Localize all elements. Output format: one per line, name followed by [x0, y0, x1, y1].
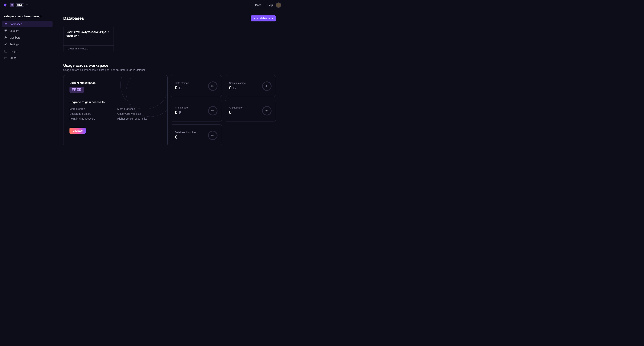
- metrics-grid: Data storage 0 B 0% Search storage 0 B 0…: [170, 75, 276, 146]
- upgrade-button[interactable]: Upgrade: [70, 128, 86, 134]
- gear-icon: [4, 43, 8, 46]
- decorative-arc: [120, 75, 168, 109]
- database-icon: [4, 22, 8, 26]
- upgrade-heading: Upgrade to gain access to:: [70, 100, 162, 104]
- workspace-title: xata-per-user-db-runthrough: [2, 15, 52, 21]
- metric-label: Search storage: [229, 82, 246, 84]
- svg-point-4: [5, 37, 6, 38]
- sidebar-item-label: Members: [10, 36, 20, 39]
- usage-section: Usage across workspace Usage across all …: [63, 63, 276, 146]
- docs-link[interactable]: Docs: [255, 3, 261, 6]
- add-database-button[interactable]: Add database: [251, 15, 276, 21]
- chevron-down-icon: [26, 3, 28, 7]
- butterfly-icon: [3, 3, 7, 7]
- sidebar-item-label: Usage: [10, 50, 17, 53]
- add-database-label: Add database: [257, 17, 273, 20]
- usage-heading: Usage across workspace: [63, 63, 276, 68]
- metric-label: File storage: [175, 106, 188, 109]
- sidebar-item-label: Databases: [10, 22, 22, 25]
- sidebar: xata-per-user-db-runthrough Databases Cl…: [0, 10, 55, 153]
- sidebar-item-members[interactable]: Members: [2, 34, 52, 41]
- divider: [264, 3, 264, 6]
- plan-pill: FREE: [70, 87, 84, 93]
- plus-icon: [253, 17, 256, 20]
- database-card[interactable]: user_2nvhG74ywSdA52uPQZTh9SNzYvP N. Virg…: [63, 26, 114, 52]
- usage-ring: 0%: [262, 81, 272, 91]
- topbar-left: X FREE: [3, 3, 28, 7]
- page-title: Databases: [63, 16, 84, 21]
- metric-label: AI questions: [229, 106, 243, 109]
- sidebar-item-label: Settings: [10, 43, 19, 46]
- usage-ring: 0%: [262, 106, 272, 116]
- usage-grid: Current subscription FREE Upgrade to gai…: [63, 75, 276, 146]
- svg-rect-1: [5, 30, 6, 31]
- metric-value: 0: [175, 135, 196, 140]
- svg-rect-7: [5, 57, 7, 59]
- metric-value: 0 B: [175, 110, 188, 115]
- sidebar-item-clusters[interactable]: Clusters: [2, 28, 52, 34]
- chart-icon: [4, 49, 8, 53]
- usage-subheading: Usage across all databases in xata-per-u…: [63, 68, 276, 71]
- metric-database-branches: Database branches 0 0%: [170, 125, 222, 146]
- svg-rect-2: [6, 30, 7, 31]
- svg-rect-3: [5, 31, 6, 32]
- sidebar-item-label: Billing: [10, 56, 16, 59]
- main-content: Databases Add database user_2nvhG74ywSdA…: [55, 10, 284, 153]
- plan-badge: FREE: [16, 3, 24, 6]
- topbar-right: Docs Help: [255, 2, 281, 8]
- sidebar-item-label: Clusters: [10, 29, 19, 32]
- cluster-icon: [4, 29, 8, 32]
- sidebar-item-billing[interactable]: Billing: [2, 55, 52, 61]
- sidebar-item-usage[interactable]: Usage: [2, 48, 52, 54]
- svg-point-0: [5, 23, 7, 23]
- database-card-body: user_2nvhG74ywSdA52uPQZTh9SNzYvP: [64, 26, 114, 45]
- metric-search-storage: Search storage 0 B 0%: [225, 75, 276, 97]
- metric-value: 0 B: [229, 85, 246, 90]
- usage-ring: 0%: [208, 81, 218, 91]
- metric-label: Database branches: [175, 131, 196, 134]
- user-avatar[interactable]: [276, 2, 281, 8]
- database-region: N. Virginia (us-east-1): [64, 45, 114, 52]
- metric-ai-questions: AI questions 0 0%: [225, 100, 276, 122]
- usage-ring: 0%: [208, 131, 218, 140]
- benefit-item: More storage: [70, 107, 114, 110]
- sidebar-item-databases[interactable]: Databases: [2, 21, 52, 27]
- subscription-panel: Current subscription FREE Upgrade to gai…: [63, 75, 168, 146]
- benefit-item: More branches: [117, 107, 162, 110]
- benefit-item: Higher concurrency limits: [117, 117, 162, 120]
- benefits-list: More storage More branches Dedicated clu…: [70, 107, 162, 120]
- members-icon: [4, 36, 8, 39]
- metric-file-storage: File storage 0 B 0%: [170, 100, 222, 122]
- app-logo[interactable]: [3, 3, 8, 7]
- help-link[interactable]: Help: [268, 3, 273, 6]
- metric-data-storage: Data storage 0 B 0%: [170, 75, 222, 97]
- benefit-item: Dedicated clusters: [70, 112, 114, 115]
- benefit-item: Observability tooling: [117, 112, 162, 115]
- svg-point-6: [6, 44, 6, 45]
- metric-value: 0: [229, 110, 243, 115]
- workspace-switcher[interactable]: X FREE: [10, 3, 28, 7]
- billing-icon: [4, 56, 8, 60]
- topbar: X FREE Docs Help: [0, 0, 284, 10]
- svg-point-5: [6, 37, 7, 38]
- usage-ring: 0%: [208, 106, 218, 116]
- metric-value: 0 B: [175, 85, 189, 90]
- sidebar-item-settings[interactable]: Settings: [2, 41, 52, 48]
- workspace-initial-badge: X: [10, 3, 14, 7]
- page-header: Databases Add database: [63, 15, 276, 21]
- subscription-label: Current subscription: [70, 81, 162, 84]
- benefit-item: Point-in-time recovery: [70, 117, 114, 120]
- metric-label: Data storage: [175, 82, 189, 84]
- database-name: user_2nvhG74ywSdA52uPQZTh9SNzYvP: [66, 30, 110, 38]
